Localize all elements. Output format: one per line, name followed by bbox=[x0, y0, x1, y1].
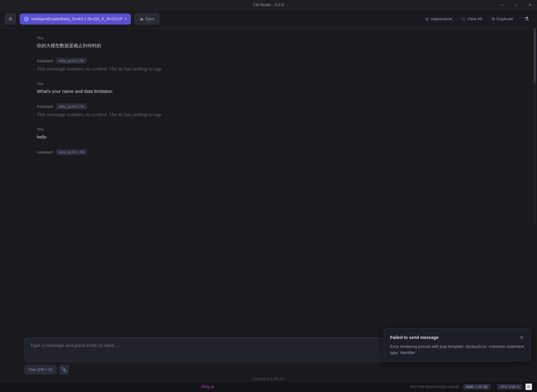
message-content: 你的大模型数据是截止到何时的 bbox=[37, 42, 500, 49]
duplicate-button[interactable]: ⧉ Duplicate bbox=[488, 13, 517, 25]
clear-all-label: Clear All bbox=[467, 17, 482, 21]
scrollbar-thumb[interactable] bbox=[534, 28, 536, 83]
message-role: Assistant baby_grok3-1.5b bbox=[37, 104, 500, 109]
error-toast-title: Failed to send message bbox=[390, 335, 439, 340]
toolbar: ⚙ 🌀 IntelligentEstate/Baby_Grok3-1.5b-iQ… bbox=[0, 10, 537, 28]
role-label: You bbox=[37, 36, 44, 40]
titlebar-controls: — □ ✕ bbox=[495, 0, 537, 10]
model-badge: baby_grok3-1.5b bbox=[56, 104, 87, 109]
toolbar-right-actions: ◎ Appearance ◻ Clear All ⧉ Duplicate bbox=[421, 13, 517, 25]
titlebar-title: LM Studio - 0.3.9 bbox=[253, 2, 284, 7]
cpu-badge: CPU: 0.00 % bbox=[497, 384, 522, 390]
gear-icon: ⚙ bbox=[8, 16, 13, 22]
chat-area: You 你的大模型数据是截止到何时的 Assistant baby_grok3-… bbox=[0, 28, 537, 363]
statusbar: 2img.ai SYSTEM RESOURCES USAGE: RAM: 1.1… bbox=[0, 381, 537, 392]
ram-badge: RAM: 1.15 GB bbox=[463, 384, 490, 390]
appearance-button[interactable]: ◎ Appearance bbox=[421, 13, 456, 25]
watermark: 2img.ai bbox=[201, 384, 214, 389]
user-role-button[interactable]: User (Ctrl + U) bbox=[25, 365, 56, 374]
clear-all-button[interactable]: ◻ Clear All bbox=[458, 13, 486, 25]
error-toast-body: Error rendering prompt with jinja templa… bbox=[390, 344, 524, 356]
duplicate-icon: ⧉ bbox=[492, 17, 495, 21]
error-toast: Failed to send message ✕ Error rendering… bbox=[384, 329, 531, 361]
role-label: Assistant bbox=[37, 59, 53, 63]
message-role: Assistant baby_grok3-1.5b bbox=[37, 58, 500, 63]
paperclip-icon: 📎 bbox=[61, 367, 67, 372]
message-block: Assistant baby_grok3-1.5b bbox=[37, 149, 500, 157]
role-label: You bbox=[37, 127, 44, 131]
eject-button[interactable]: ⏏ Eject bbox=[135, 13, 159, 25]
message-content: hello bbox=[37, 133, 500, 141]
resource-settings-button[interactable]: ⚙ bbox=[525, 383, 532, 390]
attach-button[interactable]: 📎 bbox=[59, 365, 69, 374]
minimize-button[interactable]: — bbox=[495, 0, 509, 10]
error-toast-close-button[interactable]: ✕ bbox=[518, 334, 524, 341]
message-role: You bbox=[37, 127, 500, 131]
titlebar: LM Studio - 0.3.9 — □ ✕ bbox=[0, 0, 537, 10]
message-block: Assistant baby_grok3-1.5b This message c… bbox=[37, 104, 500, 118]
eject-icon: ⏏ bbox=[140, 17, 143, 21]
clear-all-icon: ◻ bbox=[462, 17, 465, 21]
model-badge: baby_grok3-1.5b bbox=[56, 58, 87, 63]
context-info: Context is 0.0% full bbox=[25, 377, 512, 381]
input-footer: User (Ctrl + U) 📎 bbox=[25, 365, 512, 374]
message-content: This message contains no content. The AI… bbox=[37, 65, 500, 73]
message-block: You What's your name and data limitation bbox=[37, 81, 500, 95]
scrollbar-track[interactable] bbox=[534, 28, 536, 227]
maximize-button[interactable]: □ bbox=[509, 0, 523, 10]
message-block: You hello bbox=[37, 127, 500, 141]
message-block: You 你的大模型数据是截止到何时的 bbox=[37, 36, 500, 49]
message-content: This message contains no content. The AI… bbox=[37, 111, 500, 118]
message-role: Assistant baby_grok3-1.5b bbox=[37, 149, 500, 155]
role-label: Assistant bbox=[37, 150, 53, 154]
model-name-label: IntelligentEstate/Baby_Grok3-1.5b-iQ4_K_… bbox=[31, 17, 123, 21]
model-icon: 🌀 bbox=[24, 17, 29, 21]
settings-button[interactable]: ⚙ bbox=[5, 13, 16, 25]
message-role: You bbox=[37, 36, 500, 40]
flask-icon: ⚗ bbox=[524, 16, 529, 22]
eject-label: Eject bbox=[145, 17, 154, 21]
model-badge: baby_grok3-1.5b bbox=[56, 149, 87, 155]
appearance-icon: ◎ bbox=[425, 17, 429, 21]
error-toast-header: Failed to send message ✕ bbox=[390, 334, 524, 341]
flask-button[interactable]: ⚗ bbox=[521, 13, 532, 25]
message-role: You bbox=[37, 81, 500, 86]
message-block: Assistant baby_grok3-1.5b This message c… bbox=[37, 58, 500, 73]
role-label: Assistant bbox=[37, 104, 53, 109]
system-resources: SYSTEM RESOURCES USAGE: RAM: 1.15 GB | C… bbox=[410, 383, 532, 390]
system-resources-label: SYSTEM RESOURCES USAGE: bbox=[410, 385, 460, 389]
message-content: What's your name and data limitation bbox=[37, 88, 500, 95]
duplicate-label: Duplicate bbox=[497, 17, 513, 21]
chevron-down-icon: ▾ bbox=[125, 17, 127, 21]
close-button[interactable]: ✕ bbox=[523, 0, 537, 10]
role-label: You bbox=[37, 81, 44, 86]
appearance-label: Appearance bbox=[431, 17, 452, 21]
resource-separator: | bbox=[493, 385, 494, 389]
model-selector-button[interactable]: 🌀 IntelligentEstate/Baby_Grok3-1.5b-iQ4_… bbox=[20, 13, 131, 25]
